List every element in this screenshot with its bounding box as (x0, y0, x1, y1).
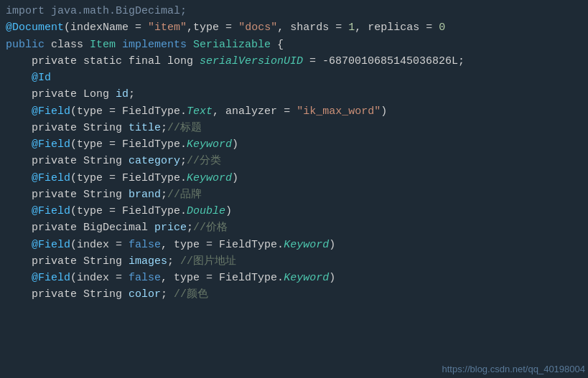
code-line: private Long id; (6, 86, 582, 103)
code-line: @Field(type = FieldType.Keyword) (6, 170, 582, 186)
code-line: import java.math.BigDecimal; (6, 3, 582, 19)
watermark: https://blog.csdn.net/qq_40198004 (439, 361, 589, 378)
code-line: @Document(indexName = "item",type = "doc… (6, 19, 582, 36)
code-line: private String category;//分类 (6, 153, 582, 169)
code-line: @Field(type = FieldType.Double) (6, 203, 582, 219)
code-line: public class Item implements Serializabl… (6, 37, 582, 53)
code-line: private String images; //图片地址 (6, 253, 582, 270)
code-line: @Id (6, 70, 582, 86)
code-line: private String color; //颜色 (6, 286, 582, 303)
code-line: private static final long serialVersionU… (6, 53, 582, 70)
code-line: @Field(type = FieldType.Text, analyzer =… (6, 103, 582, 120)
code-line: private String title;//标题 (6, 120, 582, 136)
code-line: private String brand;//品牌 (6, 186, 582, 203)
code-line: @Field(index = false, type = FieldType.K… (6, 270, 582, 286)
code-line: private BigDecimal price;//价格 (6, 219, 582, 236)
code-line: @Field(type = FieldType.Keyword) (6, 136, 582, 153)
code-line: @Field(index = false, type = FieldType.K… (6, 237, 582, 253)
code-editor: import java.math.BigDecimal;@Document(in… (0, 0, 588, 378)
